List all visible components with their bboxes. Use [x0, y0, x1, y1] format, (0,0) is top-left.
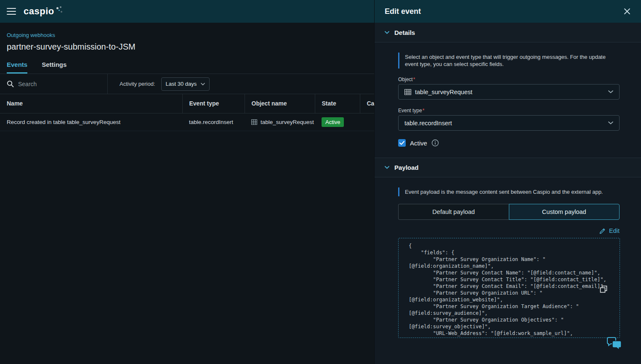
- activity-period-label: Activity period:: [120, 81, 155, 87]
- payload-info-note: Event payload is the message content sen…: [398, 187, 620, 196]
- activity-period-select[interactable]: Last 30 days: [161, 77, 210, 91]
- event-type-select[interactable]: table.recordInsert: [398, 115, 620, 131]
- event-name-cell[interactable]: Record created in table table_surveyRequ…: [0, 113, 182, 131]
- payload-type-toggle: Default payload Custom payload: [398, 204, 620, 220]
- logo-text: caspio: [24, 6, 54, 17]
- default-payload-button[interactable]: Default payload: [398, 204, 509, 220]
- panel-header: Edit event: [375, 0, 641, 23]
- column-header-name[interactable]: Name: [0, 94, 182, 113]
- custom-payload-button[interactable]: Custom payload: [509, 204, 620, 220]
- info-icon[interactable]: [431, 139, 439, 147]
- hamburger-menu-icon[interactable]: [7, 8, 16, 15]
- tab-settings[interactable]: Settings: [42, 61, 66, 74]
- payload-code: { "fields": { "Partner Survey Organizati…: [409, 243, 611, 337]
- details-section-header[interactable]: Details: [375, 23, 641, 42]
- tab-bar: Events Settings: [7, 61, 374, 74]
- top-navbar: caspio: [0, 0, 374, 23]
- details-section-title: Details: [394, 29, 415, 36]
- events-toolbar: Activity period: Last 30 days: [0, 74, 374, 94]
- search-box[interactable]: [0, 74, 108, 94]
- active-checkbox-row: Active: [398, 139, 620, 147]
- activity-period-control: Activity period: Last 30 days: [120, 77, 210, 91]
- object-field-group: Object table_surveyRequest: [398, 75, 620, 100]
- table-row[interactable]: Record created in table table_surveyRequ…: [0, 113, 374, 131]
- payload-section-title: Payload: [394, 164, 419, 171]
- status-badge: Active: [322, 117, 344, 127]
- payload-code-block[interactable]: { "fields": { "Partner Survey Organizati…: [398, 238, 620, 338]
- column-header-event-type[interactable]: Event type: [182, 94, 245, 113]
- event-type-field-label: Event type: [398, 108, 424, 113]
- object-name-cell: table_surveyRequest: [245, 113, 315, 131]
- payload-section-header[interactable]: Payload: [375, 158, 641, 177]
- events-table: Name Event type Object name State Call R…: [0, 94, 374, 131]
- edit-event-panel: Edit event Details Select an object and …: [374, 0, 641, 364]
- tab-events[interactable]: Events: [7, 61, 27, 74]
- object-field-label: Object: [398, 76, 415, 82]
- event-type-select-value: table.recordInsert: [404, 120, 604, 127]
- checkmark-icon: [399, 141, 404, 145]
- table-icon: [404, 89, 411, 95]
- main-area: caspio Outgoing webhooks partner-survey-…: [0, 0, 374, 364]
- state-cell: Active: [315, 113, 360, 131]
- object-select-value: table_surveyRequest: [415, 89, 604, 95]
- chevron-down-icon: [608, 90, 613, 93]
- details-info-note: Select an object and event type that wil…: [398, 53, 620, 69]
- chevron-down-icon: [385, 31, 389, 34]
- panel-title: Edit event: [385, 7, 421, 16]
- chevron-down-icon: [201, 83, 205, 85]
- breadcrumb-outgoing-webhooks[interactable]: Outgoing webhooks: [7, 32, 55, 38]
- caspio-logo: caspio: [24, 6, 63, 17]
- column-header-object-name[interactable]: Object name: [245, 94, 315, 113]
- logo-dots-icon: [56, 6, 63, 14]
- edit-label: Edit: [609, 227, 620, 234]
- page-title: partner-survey-submission-to-JSM: [7, 42, 374, 52]
- chevron-down-icon: [385, 166, 389, 169]
- payload-section-body: Event payload is the message content sen…: [375, 177, 641, 349]
- payload-code-wrapper: { "fields": { "Partner Survey Organizati…: [398, 238, 620, 338]
- chat-widget-button[interactable]: [606, 337, 622, 353]
- close-icon[interactable]: [622, 7, 632, 16]
- column-header-call[interactable]: Call: [360, 94, 374, 113]
- active-checkbox-label: Active: [410, 140, 427, 147]
- search-input[interactable]: [18, 81, 90, 87]
- event-type-field-group: Event type table.recordInsert: [398, 106, 620, 131]
- edit-payload-link[interactable]: Edit: [398, 227, 620, 234]
- table-icon: [251, 119, 257, 125]
- object-select[interactable]: table_surveyRequest: [398, 84, 620, 100]
- copy-icon[interactable]: [599, 285, 608, 293]
- event-type-cell: table.recordInsert: [182, 113, 245, 131]
- details-section-body: Select an object and event type that wil…: [375, 42, 641, 158]
- activity-period-value: Last 30 days: [166, 81, 197, 87]
- active-checkbox[interactable]: [398, 139, 406, 147]
- pencil-icon: [599, 228, 606, 234]
- chevron-down-icon: [608, 121, 613, 124]
- column-header-state[interactable]: State: [315, 94, 360, 113]
- object-name-text: table_surveyRequest: [261, 119, 314, 125]
- table-header-row: Name Event type Object name State Call: [0, 94, 374, 113]
- chat-bubbles-icon: [606, 337, 622, 351]
- call-cell: [360, 113, 374, 131]
- search-icon: [7, 80, 14, 87]
